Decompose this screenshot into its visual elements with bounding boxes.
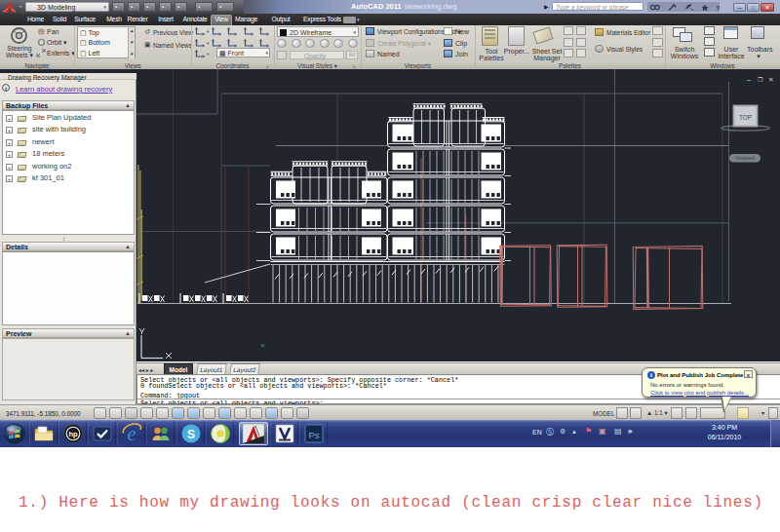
svg-text:o: o: [261, 342, 265, 348]
svg-text:Unsaved: Unsaved: [735, 155, 755, 161]
svg-text:TOP: TOP: [739, 114, 752, 121]
svg-text:Ps: Ps: [308, 429, 319, 439]
svg-text:hp: hp: [68, 429, 78, 437]
svg-text:?: ?: [716, 4, 720, 13]
svg-text:S: S: [186, 427, 194, 440]
